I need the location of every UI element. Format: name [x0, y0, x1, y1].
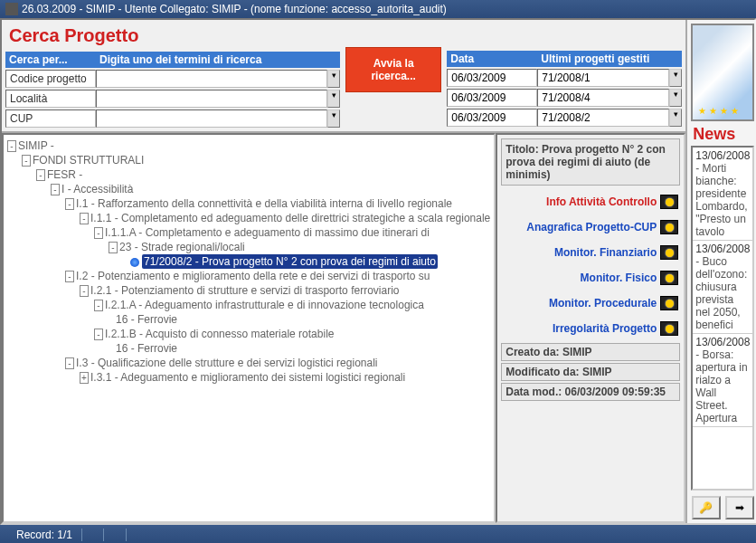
header-row: Cerca Progetto Cerca per... Digita uno d… [2, 20, 685, 131]
tree-node[interactable]: I.1 - Rafforzamento della connettività e… [76, 197, 452, 210]
dropdown-icon[interactable]: ▾ [669, 69, 682, 87]
news-item[interactable]: 13/06/2008 - Borsa: apertura in rialzo a… [693, 334, 752, 427]
search-row-cup: CUP ▾ [5, 110, 340, 128]
status-bar: Record: 1/1 [0, 525, 756, 543]
tree-node[interactable]: I.1.1 - Completamento ed adeguamento del… [90, 212, 490, 224]
link-info-attivita[interactable]: Info Attività Controllo [497, 189, 684, 214]
app-icon [5, 3, 18, 15]
recent-hdr-proj: Ultimi progetti gestiti [541, 52, 649, 65]
right-panel: ★ ★ ★ ★ News 13/06/2008 - Morti bianche:… [687, 20, 756, 523]
button-row: 🔑 ➡ [687, 492, 756, 523]
dropdown-icon[interactable]: ▾ [327, 70, 340, 88]
tree-node[interactable]: I.2.1.A - Adeguamento infrastrutturale e… [105, 299, 424, 311]
recent-header: Data Ultimi progetti gestiti [447, 51, 682, 67]
link-irregolarita[interactable]: Irregolarità Progetto [497, 316, 684, 341]
news-list[interactable]: 13/06/2008 - Morti bianche: presidente L… [691, 146, 754, 491]
traffic-icon [660, 296, 678, 310]
recent-proj: 71/2008/4 [537, 89, 669, 107]
status-record: Record: 1/1 [7, 529, 82, 541]
link-finanziario[interactable]: Monitor. Finanziario [497, 240, 684, 265]
key-button[interactable]: 🔑 [692, 496, 721, 519]
tree-node[interactable]: FESR - [47, 168, 82, 181]
recent-hdr-date: Data [450, 52, 541, 65]
news-title: News [687, 125, 756, 144]
recent-row[interactable]: 06/03/2009 71/2008/2 ▾ [447, 109, 682, 127]
info-modificato: Modificato da: SIMIP [501, 363, 680, 381]
recent-date: 06/03/2009 [447, 89, 537, 107]
search-block: Cerca Progetto Cerca per... Digita uno d… [5, 24, 340, 128]
tree-node[interactable]: SIMIP - [18, 139, 54, 152]
label-cup: CUP [5, 110, 96, 128]
search-row-localita: Località ▾ [5, 90, 340, 108]
label-localita: Località [5, 90, 96, 108]
search-hdr-col1: Cerca per... [9, 53, 99, 66]
traffic-icon [660, 220, 678, 234]
traffic-icon [660, 245, 678, 260]
search-hdr-col2: Digita uno dei termini di ricerca [99, 53, 261, 66]
search-row-codice: Codice progetto ▾ [5, 70, 340, 88]
tree-node[interactable]: 23 - Strade regionali/locali [119, 241, 245, 253]
info-datamod: Data mod.: 06/03/2009 09:59:35 [501, 383, 680, 401]
exit-button[interactable]: ➡ [725, 496, 754, 519]
tree-node[interactable]: 16 - Ferrovie [116, 313, 177, 326]
tree-pane[interactable]: -SIMIP - -FONDI STRUTTURALI -FESR - -I -… [2, 133, 496, 523]
status-cell [104, 529, 126, 541]
tree-node-selected[interactable]: 71/2008/2 - Prova progetto N° 2 con prov… [142, 254, 438, 269]
news-item[interactable]: 13/06/2008 - Morti bianche: presidente L… [693, 148, 752, 241]
news-item[interactable]: 13/06/2008 - Buco dell'ozono: chiusura p… [693, 241, 752, 334]
recent-proj: 71/2008/1 [537, 69, 669, 87]
tree-node[interactable]: I.2 - Potenziamento e miglioramento dell… [76, 270, 430, 282]
dropdown-icon[interactable]: ▾ [669, 109, 682, 127]
tree-node[interactable]: FONDI STRUTTURALI [33, 154, 144, 167]
tree-node[interactable]: I.2.1 - Potenziamento di strutture e ser… [90, 284, 399, 297]
body-row: -SIMIP - -FONDI STRUTTURALI -FESR - -I -… [2, 131, 685, 523]
input-cup[interactable] [96, 110, 327, 128]
link-anagrafica[interactable]: Anagrafica Progetto-CUP [497, 214, 684, 240]
traffic-icon [660, 321, 678, 336]
left-panel: Cerca Progetto Cerca per... Digita uno d… [2, 20, 687, 523]
search-button[interactable]: Avvia la ricerca... [345, 47, 441, 92]
input-localita[interactable] [96, 90, 327, 108]
traffic-icon [660, 195, 678, 209]
info-pane: Titolo: Prova progetto N° 2 con prova de… [496, 133, 685, 523]
bullet-icon [130, 258, 139, 267]
dropdown-icon[interactable]: ▾ [327, 90, 340, 108]
input-codice[interactable] [96, 70, 327, 88]
search-title: Cerca Progetto [5, 24, 340, 52]
dropdown-icon[interactable]: ▾ [327, 110, 340, 128]
workspace: Cerca Progetto Cerca per... Digita uno d… [0, 18, 756, 525]
recent-row[interactable]: 06/03/2009 71/2008/4 ▾ [447, 89, 682, 107]
link-procedurale[interactable]: Monitor. Procedurale [497, 291, 684, 316]
recent-row[interactable]: 06/03/2009 71/2008/1 ▾ [447, 69, 682, 87]
tree-node[interactable]: 16 - Ferrovie [116, 342, 177, 355]
dropdown-icon[interactable]: ▾ [669, 89, 682, 107]
traffic-icon [660, 271, 678, 285]
tree-node[interactable]: I - Accessibilità [61, 183, 133, 195]
info-title: Titolo: Prova progetto N° 2 con prova de… [501, 138, 680, 186]
recent-block: Data Ultimi progetti gestiti 06/03/2009 … [447, 24, 682, 127]
link-fisico[interactable]: Monitor. Fisico [497, 265, 684, 291]
recent-date: 06/03/2009 [447, 69, 537, 87]
tree-node[interactable]: I.2.1.B - Acquisto di connesso materiale… [105, 328, 334, 340]
label-codice: Codice progetto [5, 70, 96, 88]
recent-proj: 71/2008/2 [537, 109, 669, 127]
tree-node[interactable]: I.1.1.A - Completamento e adeguamento di… [105, 226, 430, 239]
recent-date: 06/03/2009 [447, 109, 537, 127]
search-header: Cerca per... Digita uno dei termini di r… [5, 52, 340, 68]
map-image: ★ ★ ★ ★ [691, 24, 754, 121]
tree-node[interactable]: I.3 - Qualificazione delle strutture e d… [76, 357, 378, 369]
title-text: 26.03.2009 - SIMIP - Utente Collegato: S… [22, 3, 447, 15]
title-bar: 26.03.2009 - SIMIP - Utente Collegato: S… [0, 0, 756, 18]
info-creato: Creato da: SIMIP [501, 343, 680, 361]
tree-node[interactable]: I.3.1 - Adeguamento e miglioramento dei … [90, 371, 405, 384]
status-cell [82, 529, 104, 541]
